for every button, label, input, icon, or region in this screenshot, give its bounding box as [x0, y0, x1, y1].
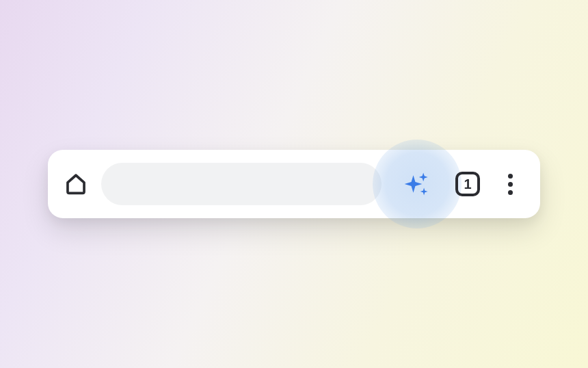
browser-toolbar: 1	[48, 150, 540, 218]
tabs-count: 1	[464, 177, 471, 191]
sparkle-icon	[402, 169, 432, 199]
ai-sparkle-button[interactable]	[401, 168, 433, 200]
overflow-menu-button[interactable]	[495, 169, 525, 199]
more-vert-icon	[508, 174, 513, 195]
home-icon	[64, 172, 88, 196]
address-bar[interactable]	[101, 163, 382, 205]
home-button[interactable]	[63, 171, 89, 197]
tabs-button[interactable]: 1	[453, 169, 483, 199]
tabs-icon: 1	[455, 172, 480, 196]
